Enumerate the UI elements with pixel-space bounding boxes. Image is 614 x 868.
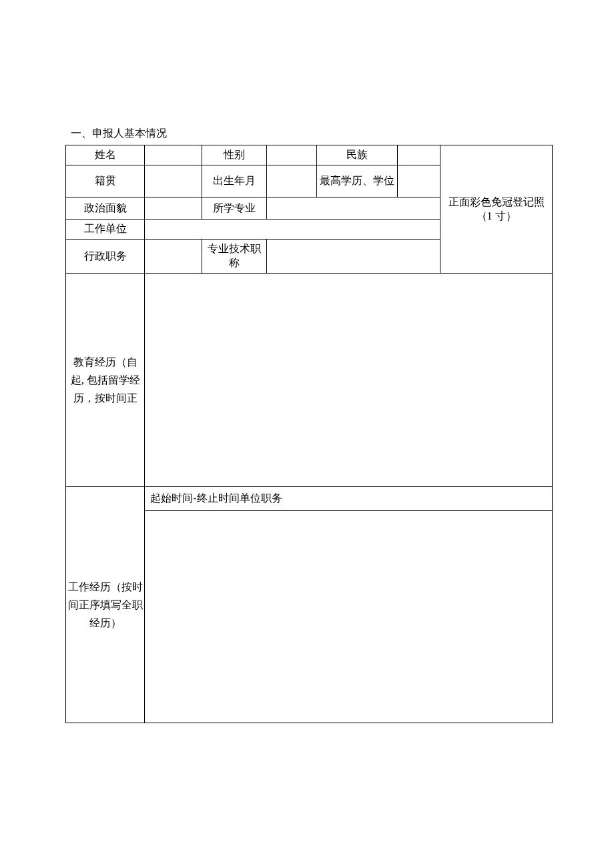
label-major: 所学专业	[202, 197, 267, 220]
label-work-history: 工作经历（按时间正序填写全职经历）	[66, 487, 145, 723]
value-birth-date[interactable]	[267, 165, 317, 197]
work-history-header: 起始时间-终止时间单位职务	[145, 487, 553, 511]
value-work-history[interactable]	[145, 511, 553, 723]
value-native-place[interactable]	[145, 165, 202, 197]
value-work-unit[interactable]	[145, 220, 440, 240]
value-professional-title[interactable]	[267, 240, 440, 274]
label-ethnicity: 民族	[317, 145, 397, 165]
label-professional-title: 专业技术职称	[202, 240, 267, 274]
value-education-history[interactable]	[145, 274, 553, 487]
label-birth-date: 出生年月	[202, 165, 267, 197]
label-political-status: 政治面貌	[66, 197, 145, 220]
label-education-history: 教育经历（自 起, 包括留学经历，按时间正	[66, 274, 145, 487]
value-political-status[interactable]	[145, 197, 202, 220]
label-gender: 性别	[202, 145, 267, 165]
label-admin-position: 行政职务	[66, 240, 145, 274]
label-native-place: 籍贯	[66, 165, 145, 197]
section-title: 一、申报人基本情况	[65, 127, 553, 141]
application-form-table: 姓名 性别 民族 正面彩色免冠登记照（1 寸） 籍贯 出生年月 最高学历、学位 …	[65, 145, 553, 723]
photo-cell: 正面彩色免冠登记照（1 寸）	[440, 145, 553, 274]
label-name: 姓名	[66, 145, 145, 165]
value-gender[interactable]	[267, 145, 317, 165]
label-work-unit: 工作单位	[66, 220, 145, 240]
value-education-degree[interactable]	[397, 165, 440, 197]
value-major[interactable]	[267, 197, 440, 220]
value-admin-position[interactable]	[145, 240, 202, 274]
value-name[interactable]	[145, 145, 202, 165]
label-education-degree: 最高学历、学位	[317, 165, 397, 197]
value-ethnicity[interactable]	[397, 145, 440, 165]
